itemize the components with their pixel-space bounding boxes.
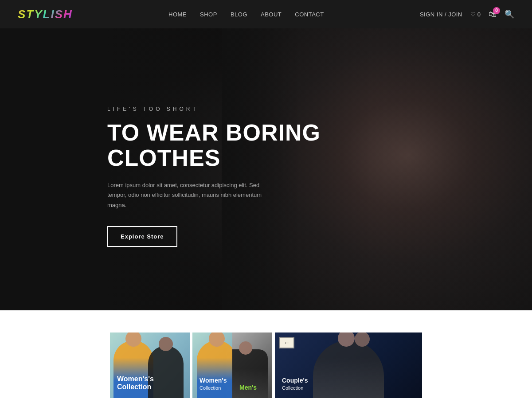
navbar-actions: SIGN IN / JOIN ♡ 0 🛍 0 🔍 [420,9,514,19]
hero-content: LIFE'S TOO SHORT TO WEAR BORING CLOTHES … [107,106,321,247]
women-collection-bg: Women's's Collection [110,332,190,398]
nav-item-contact[interactable]: CONTACT [295,11,324,18]
collection-card-left[interactable]: Women's's Collection [110,332,190,398]
search-button[interactable]: 🔍 [505,9,514,19]
women-collection-label: Women's's Collection [117,375,154,391]
hero-description: Lorem ipsum dolor sit amet, consectetur … [107,180,276,210]
women-card[interactable]: Women'sCollection [192,332,232,398]
nav-item-blog[interactable]: BLOG [231,11,247,18]
search-icon: 🔍 [505,10,514,19]
collections-section: Women's's Collection Women'sCollection M… [0,310,532,398]
arrow-sign: ← [279,337,294,348]
nav-item-about[interactable]: ABOUT [261,11,282,18]
couple-label: Couple'sCollection [282,377,308,391]
men-card[interactable]: Men's [232,332,272,398]
cart-icon-wrap: 🛍 0 [489,10,497,19]
women-label: Women'sCollection [200,377,227,391]
couple-collection-card[interactable]: ← Couple'sCollection [275,332,422,398]
figure-couple [313,340,384,398]
men-label: Men's [239,384,257,391]
collections-grid: Women's's Collection Women'sCollection M… [0,332,532,398]
collection-split: Women'sCollection Men's [192,332,272,398]
hero-section: LIFE'S TOO SHORT TO WEAR BORING CLOTHES … [0,28,532,310]
nav-item-shop[interactable]: SHOP [200,11,217,18]
hero-title: TO WEAR BORING CLOTHES [107,120,321,171]
wishlist-button[interactable]: ♡ 0 [470,11,481,18]
wishlist-count: 0 [477,11,481,18]
signin-link[interactable]: SIGN IN / JOIN [420,11,462,18]
navbar: Stylish HOME SHOP BLOG ABOUT CONTACT SIG… [0,0,532,28]
cart-button[interactable]: 🛍 0 [489,10,497,19]
hero-title-line2: CLOTHES [107,145,220,171]
explore-store-button[interactable]: Explore Store [107,226,177,247]
heart-icon: ♡ [470,11,476,18]
brand-logo[interactable]: Stylish [18,8,73,21]
main-nav: HOME SHOP BLOG ABOUT CONTACT [168,10,324,18]
cart-badge: 0 [493,7,500,14]
hero-title-line1: TO WEAR BORING [107,120,321,145]
arrow-left-icon: ← [284,339,290,346]
hero-tagline: LIFE'S TOO SHORT [107,106,321,112]
nav-item-home[interactable]: HOME [168,11,187,18]
